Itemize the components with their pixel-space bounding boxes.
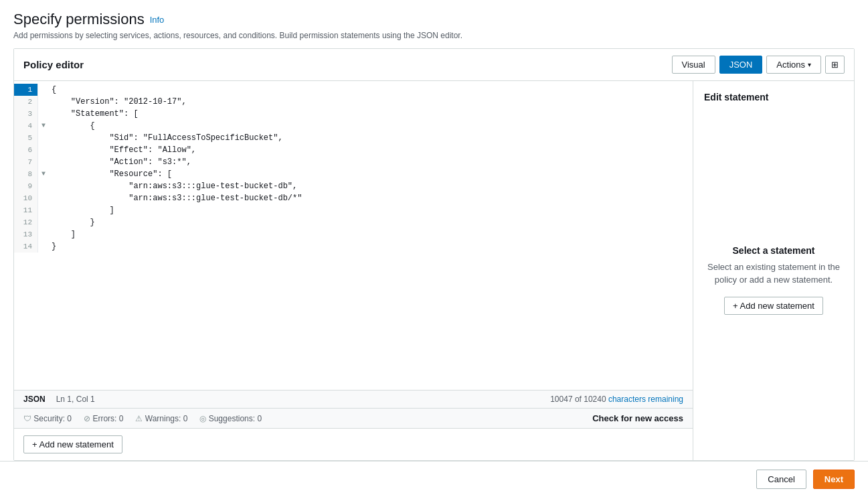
fold-gutter[interactable]: ▼	[38, 120, 49, 132]
chars-remaining-prefix: 10047 of 10240	[550, 395, 608, 404]
line-content: "Action": "s3:*",	[49, 156, 191, 168]
code-line: 7 "Action": "s3:*",	[14, 156, 693, 168]
status-position: Ln 1, Col 1	[56, 395, 95, 404]
editor-toolbar: Visual JSON Actions ▾ ⊞	[672, 56, 845, 74]
code-line: 3 "Statement": [	[14, 108, 693, 120]
code-line: 5 "Sid": "FullAccessToSpecificBucket",	[14, 132, 693, 144]
line-number: 5	[14, 132, 38, 144]
code-editor-area[interactable]: 1{2 "Version": "2012-10-17",3 "Statement…	[14, 81, 693, 390]
line-number: 11	[14, 204, 38, 216]
chars-remaining-link: characters remaining	[608, 395, 683, 404]
policy-editor-card: Policy editor Visual JSON Actions ▾ ⊞ 1{…	[13, 48, 855, 461]
line-number: 6	[14, 144, 38, 156]
line-number: 3	[14, 108, 38, 120]
line-number: 10	[14, 192, 38, 204]
code-line: 1{	[14, 84, 693, 96]
suggestions-status: ◎ Suggestions: 0	[199, 414, 262, 423]
line-content: {	[49, 120, 95, 132]
select-statement-heading: Select a statement	[733, 245, 815, 256]
actions-button[interactable]: Actions ▾	[766, 56, 821, 74]
line-content: "Version": "2012-10-17",	[49, 96, 187, 108]
editor-title: Policy editor	[23, 59, 84, 70]
warnings-status: ⚠ Warnings: 0	[135, 414, 187, 423]
code-line: 13 ]	[14, 228, 693, 240]
page-footer: Cancel Next	[0, 461, 868, 497]
page-title: Specify permissions Info	[13, 11, 855, 28]
line-number: 1	[14, 84, 38, 96]
warnings-text: Warnings: 0	[145, 414, 188, 423]
line-content: "Sid": "FullAccessToSpecificBucket",	[49, 132, 283, 144]
line-content: ]	[49, 228, 76, 240]
status-format: JSON	[23, 395, 46, 404]
add-statement-button[interactable]: + Add new statement	[23, 435, 122, 453]
bottom-info-bar: 🛡 Security: 0 ⊘ Errors: 0 ⚠ Warnings: 0	[14, 408, 693, 428]
line-content: ]	[49, 204, 114, 216]
page-title-text: Specify permissions	[13, 11, 145, 28]
code-pane: 1{2 "Version": "2012-10-17",3 "Statement…	[14, 81, 693, 460]
line-content: "Statement": [	[49, 108, 139, 120]
visual-tab-button[interactable]: Visual	[672, 56, 715, 74]
line-content: "arn:aws:s3:::glue-test-bucket-db",	[49, 180, 297, 192]
line-content: "Resource": [	[49, 168, 172, 180]
json-tab-button[interactable]: JSON	[719, 56, 763, 74]
suggestions-text: Suggestions: 0	[209, 414, 262, 423]
code-line: 4▼ {	[14, 120, 693, 132]
code-status-bar: JSON Ln 1, Col 1 10047 of 10240 characte…	[14, 390, 693, 408]
chevron-down-icon: ▾	[808, 61, 811, 68]
errors-text: Errors: 0	[92, 414, 123, 423]
fold-gutter[interactable]: ▼	[38, 168, 49, 180]
shield-icon: 🛡	[23, 414, 33, 423]
errors-status: ⊘ Errors: 0	[84, 414, 123, 423]
check-access-link[interactable]: Check for new access	[592, 413, 683, 423]
cancel-button[interactable]: Cancel	[756, 470, 806, 489]
select-statement-area: Select a statement Select an existing st…	[704, 111, 843, 449]
code-line: 14}	[14, 240, 693, 253]
warning-icon: ⚠	[135, 414, 145, 423]
code-line: 12 }	[14, 216, 693, 228]
add-statement-panel-button[interactable]: + Add new statement	[724, 297, 823, 315]
editor-body: 1{2 "Version": "2012-10-17",3 "Statement…	[14, 81, 854, 460]
security-text: Security: 0	[33, 414, 72, 423]
code-line: 2 "Version": "2012-10-17",	[14, 96, 693, 108]
select-statement-text: Select an existing statement in the poli…	[704, 261, 843, 285]
line-number: 8	[14, 168, 38, 180]
line-number: 14	[14, 240, 38, 253]
line-content: }	[49, 240, 56, 253]
next-button[interactable]: Next	[813, 470, 855, 489]
line-content: "Effect": "Allow",	[49, 144, 196, 156]
line-number: 7	[14, 156, 38, 168]
line-content: {	[49, 84, 56, 96]
error-icon: ⊘	[84, 414, 92, 423]
edit-statement-title: Edit statement	[704, 92, 843, 102]
page-header: Specify permissions Info Add permissions…	[0, 0, 868, 40]
info-link[interactable]: Info	[150, 15, 165, 25]
add-statement-bar: + Add new statement	[14, 428, 693, 460]
line-number: 13	[14, 228, 38, 240]
code-line: 10 "arn:aws:s3:::glue-test-bucket-db/*"	[14, 192, 693, 204]
line-content: "arn:aws:s3:::glue-test-bucket-db/*"	[49, 192, 302, 204]
code-line: 8▼ "Resource": [	[14, 168, 693, 180]
layout-icon-button[interactable]: ⊞	[825, 56, 845, 74]
code-line: 9 "arn:aws:s3:::glue-test-bucket-db",	[14, 180, 693, 192]
security-status: 🛡 Security: 0	[23, 414, 72, 423]
actions-label: Actions	[776, 60, 805, 70]
line-content: }	[49, 216, 95, 228]
code-line: 11 ]	[14, 204, 693, 216]
suggestion-icon: ◎	[199, 414, 208, 423]
line-number: 12	[14, 216, 38, 228]
code-line: 6 "Effect": "Allow",	[14, 144, 693, 156]
page-subtitle: Add permissions by selecting services, a…	[13, 31, 855, 40]
bottom-info-left: 🛡 Security: 0 ⊘ Errors: 0 ⚠ Warnings: 0	[23, 414, 262, 423]
right-panel: Edit statement Select a statement Select…	[693, 81, 854, 460]
editor-header: Policy editor Visual JSON Actions ▾ ⊞	[14, 49, 854, 81]
line-number: 9	[14, 180, 38, 192]
line-number: 4	[14, 120, 38, 132]
chars-remaining: 10047 of 10240 characters remaining	[550, 395, 683, 404]
line-number: 2	[14, 96, 38, 108]
